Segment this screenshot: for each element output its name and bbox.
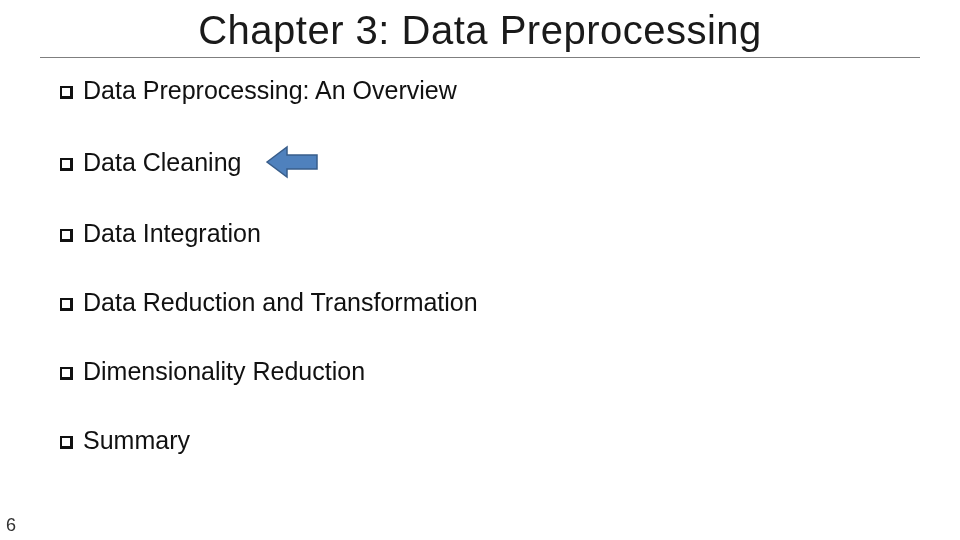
slide: Chapter 3: Data Preprocessing Data Prepr… <box>0 0 960 540</box>
list-item-label: Data Cleaning <box>83 148 241 177</box>
square-bullet-icon <box>60 229 73 242</box>
arrow-shape <box>267 147 317 177</box>
left-arrow-icon <box>265 145 319 179</box>
list-item-label: Dimensionality Reduction <box>83 357 365 386</box>
list-item: Dimensionality Reduction <box>60 357 900 386</box>
list-item: Data Reduction and Transformation <box>60 288 900 317</box>
square-bullet-icon <box>60 436 73 449</box>
slide-body: Data Preprocessing: An Overview Data Cle… <box>0 58 960 455</box>
square-bullet-icon <box>60 158 73 171</box>
list-item-label: Data Preprocessing: An Overview <box>83 76 457 105</box>
page-number: 6 <box>6 515 16 536</box>
list-item: Summary <box>60 426 900 455</box>
square-bullet-icon <box>60 298 73 311</box>
slide-title: Chapter 3: Data Preprocessing <box>0 0 960 53</box>
list-item: Data Cleaning <box>60 145 900 179</box>
square-bullet-icon <box>60 86 73 99</box>
list-item-label: Summary <box>83 426 190 455</box>
list-item: Data Integration <box>60 219 900 248</box>
list-item-label: Data Reduction and Transformation <box>83 288 478 317</box>
list-item-label: Data Integration <box>83 219 261 248</box>
list-item: Data Preprocessing: An Overview <box>60 76 900 105</box>
square-bullet-icon <box>60 367 73 380</box>
